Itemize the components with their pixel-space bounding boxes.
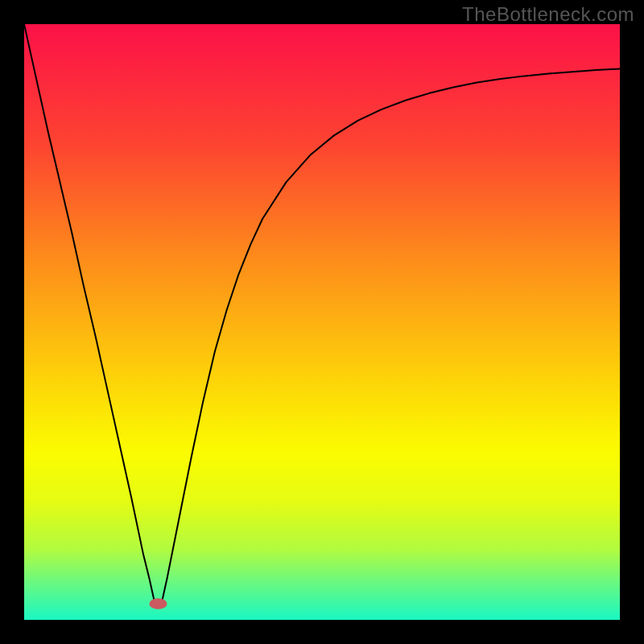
chart-container: TheBottleneck.com [0, 0, 644, 644]
gradient-background [24, 24, 620, 620]
watermark-text: TheBottleneck.com [462, 3, 634, 26]
chart-svg [24, 24, 620, 620]
minimum-marker [149, 598, 167, 609]
plot-area [24, 24, 620, 620]
